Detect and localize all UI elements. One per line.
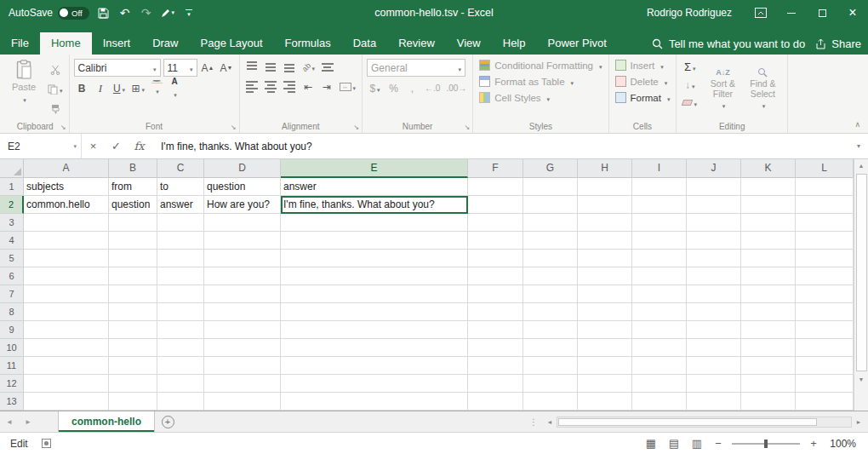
column-header-J[interactable]: J xyxy=(687,159,741,178)
row-header-10[interactable]: 10 xyxy=(0,339,24,357)
row-header-3[interactable]: 3 xyxy=(0,214,24,232)
cell-C4[interactable] xyxy=(157,232,204,250)
row-header-1[interactable]: 1 xyxy=(0,178,24,196)
paste-button[interactable]: Paste xyxy=(6,57,42,119)
ribbon-display-options-icon[interactable] xyxy=(745,0,776,26)
cell-I9[interactable] xyxy=(632,321,687,339)
cell-C2[interactable]: answer xyxy=(157,196,204,214)
orientation-button[interactable]: ab xyxy=(300,59,317,75)
clipboard-dialog-launcher[interactable] xyxy=(60,124,66,131)
cell-L1[interactable] xyxy=(796,178,854,196)
cell-I6[interactable] xyxy=(632,267,687,285)
clear-button[interactable] xyxy=(681,95,699,111)
wrap-text-button[interactable] xyxy=(319,59,335,75)
cell-H12[interactable] xyxy=(578,375,632,393)
horizontal-scroll-thumb[interactable] xyxy=(558,418,817,426)
cell-C9[interactable] xyxy=(157,321,204,339)
tab-power-pivot[interactable]: Power Pivot xyxy=(537,32,618,55)
cell-F12[interactable] xyxy=(468,375,523,393)
column-header-L[interactable]: L xyxy=(796,159,854,178)
save-icon[interactable] xyxy=(97,3,111,22)
row-header-2[interactable]: 2 xyxy=(0,196,24,214)
cell-J7[interactable] xyxy=(687,285,741,303)
cell-L13[interactable] xyxy=(796,393,854,411)
cell-G11[interactable] xyxy=(523,357,578,375)
cell-C13[interactable] xyxy=(157,393,204,411)
enter-button[interactable]: ✓ xyxy=(105,140,128,152)
row-header-4[interactable]: 4 xyxy=(0,232,24,250)
maximize-button[interactable] xyxy=(807,0,837,26)
cell-A12[interactable] xyxy=(24,375,109,393)
cell-D3[interactable] xyxy=(204,214,281,232)
cell-I2[interactable] xyxy=(632,196,687,214)
cell-E10[interactable] xyxy=(281,339,468,357)
alignment-dialog-launcher[interactable] xyxy=(353,124,359,131)
tab-page-layout[interactable]: Page Layout xyxy=(190,32,274,55)
comma-style-button[interactable]: , xyxy=(404,80,420,96)
autosum-button[interactable]: Σ xyxy=(681,59,699,75)
cell-C3[interactable] xyxy=(157,214,204,232)
cell-H6[interactable] xyxy=(578,267,632,285)
cell-J2[interactable] xyxy=(687,196,741,214)
cell-E11[interactable] xyxy=(281,357,468,375)
cell-L9[interactable] xyxy=(796,321,854,339)
cell-F2[interactable] xyxy=(468,196,523,214)
horizontal-scroll-track[interactable] xyxy=(557,417,852,428)
cell-F8[interactable] xyxy=(468,303,523,321)
tab-home[interactable]: Home xyxy=(40,32,92,55)
cell-G6[interactable] xyxy=(523,267,578,285)
row-header-12[interactable]: 12 xyxy=(0,375,24,393)
horizontal-scrollbar[interactable]: ◄ ► xyxy=(543,411,868,432)
row-header-7[interactable]: 7 xyxy=(0,285,24,303)
cell-K12[interactable] xyxy=(741,375,796,393)
cell-C12[interactable] xyxy=(157,375,204,393)
cell-A1[interactable]: subjects xyxy=(24,178,109,196)
cell-A4[interactable] xyxy=(24,232,109,250)
cell-L2[interactable] xyxy=(796,196,854,214)
cell-B12[interactable] xyxy=(109,375,157,393)
cell-D8[interactable] xyxy=(204,303,281,321)
cell-A2[interactable]: common.hello xyxy=(24,196,109,214)
macro-record-icon[interactable] xyxy=(42,439,51,448)
cell-A9[interactable] xyxy=(24,321,109,339)
scroll-right-icon[interactable]: ► xyxy=(852,411,865,432)
tab-view[interactable]: View xyxy=(446,32,492,55)
cell-C7[interactable] xyxy=(157,285,204,303)
column-header-K[interactable]: K xyxy=(741,159,796,178)
cell-A8[interactable] xyxy=(24,303,109,321)
share-button[interactable]: Share xyxy=(810,32,866,55)
cell-B8[interactable] xyxy=(109,303,157,321)
tab-formulas[interactable]: Formulas xyxy=(274,32,342,55)
cell-I13[interactable] xyxy=(632,393,687,411)
increase-indent-button[interactable]: ⇥ xyxy=(319,78,335,95)
new-sheet-button[interactable]: + xyxy=(155,411,180,432)
increase-decimal-button[interactable]: ←.0 xyxy=(423,80,442,96)
zoom-in-button[interactable]: + xyxy=(808,437,819,450)
undo-icon[interactable]: ↶ xyxy=(118,3,132,22)
cell-H10[interactable] xyxy=(578,339,632,357)
cell-A11[interactable] xyxy=(24,357,109,375)
format-as-table-button[interactable]: Format as Table xyxy=(477,73,603,89)
column-header-D[interactable]: D xyxy=(204,159,281,178)
cancel-button[interactable]: × xyxy=(82,140,105,152)
row-header-13[interactable]: 13 xyxy=(0,393,24,411)
name-box[interactable]: E2 ▾ xyxy=(0,134,82,158)
tell-me-box[interactable]: Tell me what you want to do xyxy=(647,32,810,55)
cell-D9[interactable] xyxy=(204,321,281,339)
redo-icon[interactable]: ↷ xyxy=(140,3,153,22)
sort-filter-button[interactable]: A↓Z Sort & Filter xyxy=(703,57,743,119)
cut-button[interactable] xyxy=(46,61,65,78)
cell-J11[interactable] xyxy=(687,357,741,375)
cell-E8[interactable] xyxy=(281,303,468,321)
scroll-up-icon[interactable]: ▲ xyxy=(854,159,868,172)
find-select-button[interactable]: Find & Select xyxy=(743,57,783,119)
cell-L5[interactable] xyxy=(796,250,854,267)
italic-button[interactable]: I xyxy=(93,80,109,96)
cell-B3[interactable] xyxy=(109,214,157,232)
cell-I5[interactable] xyxy=(632,250,687,267)
number-dialog-launcher[interactable] xyxy=(465,124,471,131)
cell-D13[interactable] xyxy=(204,393,281,411)
cell-K8[interactable] xyxy=(741,303,796,321)
cell-B9[interactable] xyxy=(109,321,157,339)
column-header-F[interactable]: F xyxy=(468,159,523,178)
